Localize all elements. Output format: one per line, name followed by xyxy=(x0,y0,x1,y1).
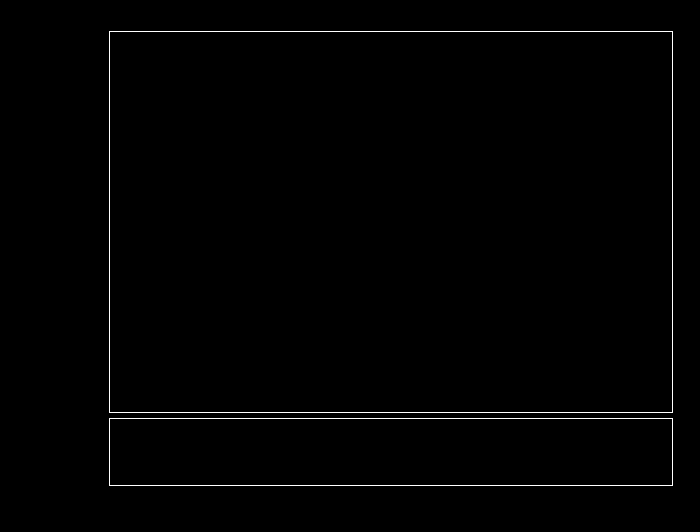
camera-legend xyxy=(0,0,700,532)
lasco-timeline-window xyxy=(0,0,700,532)
